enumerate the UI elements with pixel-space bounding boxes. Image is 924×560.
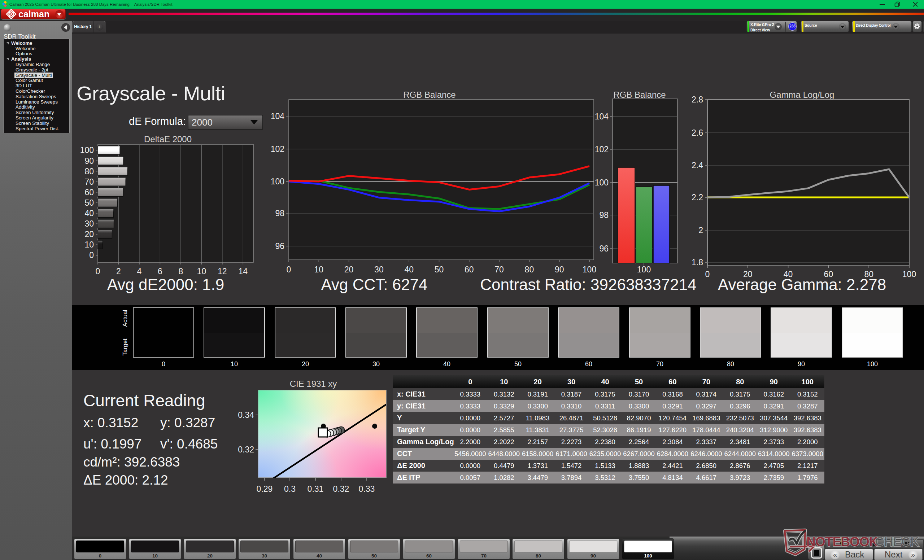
svg-text:0.32: 0.32 [333, 484, 350, 494]
svg-text:100: 100 [595, 178, 609, 187]
svg-text:0.34: 0.34 [238, 410, 254, 420]
svg-text:98: 98 [599, 210, 609, 220]
svg-text:102: 102 [271, 144, 284, 154]
svg-text:20: 20 [84, 229, 94, 239]
svg-text:10: 10 [314, 265, 324, 274]
svg-text:70: 70 [84, 177, 94, 187]
svg-text:RGB Balance: RGB Balance [403, 90, 456, 100]
svg-text:14: 14 [238, 267, 248, 276]
svg-text:8: 8 [178, 267, 183, 276]
svg-text:1.8: 1.8 [692, 258, 703, 267]
svg-text:104: 104 [271, 111, 285, 121]
svg-text:10: 10 [197, 267, 207, 276]
svg-text:2.4: 2.4 [692, 160, 703, 170]
svg-text:50: 50 [84, 198, 94, 208]
svg-text:0: 0 [89, 250, 94, 260]
svg-text:0.32: 0.32 [238, 445, 254, 454]
svg-text:CHECK: CHECK [875, 535, 919, 549]
svg-text:0.29: 0.29 [256, 484, 273, 494]
svg-text:0: 0 [286, 265, 291, 274]
svg-text:CIE 1931 xy: CIE 1931 xy [290, 379, 337, 389]
svg-text:80: 80 [84, 167, 94, 176]
svg-text:Gamma Log/Log: Gamma Log/Log [770, 90, 834, 100]
svg-text:50: 50 [435, 265, 444, 274]
svg-text:40: 40 [404, 265, 414, 274]
svg-text:30: 30 [84, 219, 94, 228]
svg-text:96: 96 [275, 241, 284, 251]
svg-text:70: 70 [495, 265, 504, 274]
svg-text:DeltaE 2000: DeltaE 2000 [144, 134, 192, 144]
svg-text:NOTEBOOK: NOTEBOOK [806, 535, 879, 549]
svg-text:90: 90 [555, 265, 564, 274]
svg-text:2: 2 [698, 226, 703, 235]
svg-text:60: 60 [465, 265, 474, 274]
svg-text:4: 4 [137, 267, 142, 276]
svg-text:2.6: 2.6 [692, 128, 703, 138]
svg-text:90: 90 [84, 156, 94, 166]
svg-text:0.3: 0.3 [284, 484, 296, 494]
svg-text:6: 6 [158, 267, 162, 276]
svg-text:60: 60 [84, 188, 94, 197]
svg-text:0.31: 0.31 [308, 484, 324, 494]
svg-text:100: 100 [80, 145, 94, 155]
svg-text:80: 80 [525, 265, 534, 274]
svg-text:2.8: 2.8 [692, 95, 703, 104]
svg-text:100: 100 [637, 265, 651, 274]
svg-text:0.33: 0.33 [359, 484, 375, 494]
svg-text:2: 2 [116, 267, 121, 276]
svg-text:RGB Balance: RGB Balance [613, 90, 666, 100]
svg-text:104: 104 [595, 112, 609, 121]
svg-text:102: 102 [595, 145, 609, 154]
svg-text:30: 30 [374, 265, 384, 274]
svg-text:96: 96 [599, 244, 609, 253]
svg-text:2.2: 2.2 [692, 193, 703, 202]
svg-text:100: 100 [271, 177, 284, 186]
svg-text:0: 0 [96, 267, 100, 276]
svg-text:12: 12 [218, 267, 227, 276]
svg-text:98: 98 [275, 208, 284, 218]
svg-text:10: 10 [84, 240, 94, 249]
svg-text:40: 40 [84, 208, 94, 218]
svg-text:20: 20 [344, 265, 354, 274]
